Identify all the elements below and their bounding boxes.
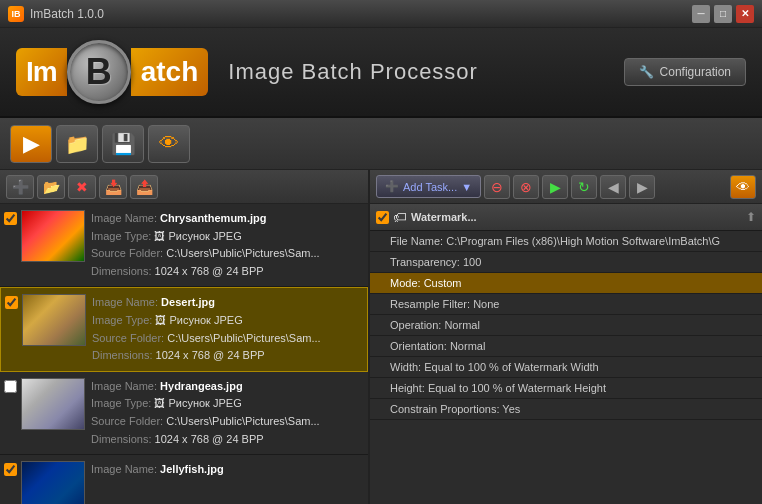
play-button[interactable]: ▶ [10,125,52,163]
logo-atch: atch [131,48,209,96]
add-folder-icon: 📂 [43,179,60,195]
logo-area: Im B atch Image Batch Processor [16,40,478,104]
cancel-task-icon: ⊗ [520,179,532,195]
logo-im: Im [16,48,67,96]
open-folder-button[interactable]: 📁 [56,125,98,163]
minimize-button[interactable]: ─ [692,5,710,23]
task-row-resample[interactable]: Resample Filter: None [370,294,762,315]
file-thumb-desert [22,294,86,346]
file-info-hydrangeas: Image Name: Hydrangeas.jpg Image Type: 🖼… [91,378,364,448]
add-task-button[interactable]: ➕ Add Task... ▼ [376,175,481,198]
file-item-desert[interactable]: Image Name: Desert.jpg Image Type: 🖼 Рис… [0,287,368,371]
add-file-icon: ➕ [12,179,29,195]
add-task-icon: ➕ [385,180,399,193]
save-button[interactable]: 💾 [102,125,144,163]
task-row-height[interactable]: Height: Equal to 100 % of Watermark Heig… [370,378,762,399]
remove-file-button[interactable]: ✖ [68,175,96,199]
task-row-orientation-label: Orientation: Normal [390,340,485,352]
export-button[interactable]: 📤 [130,175,158,199]
task-section-check[interactable] [376,211,389,224]
preview-button[interactable]: 👁 [148,125,190,163]
add-task-label: Add Task... [403,181,457,193]
right-panel: ➕ Add Task... ▼ ⊖ ⊗ ▶ ↻ ◀ ▶ 👁 [370,170,762,504]
maximize-button[interactable]: □ [714,5,732,23]
refresh-task-button[interactable]: ↻ [571,175,597,199]
file-check-desert[interactable] [5,296,18,309]
task-row-width-label: Width: Equal to 100 % of Watermark Width [390,361,599,373]
add-folder-button[interactable]: 📂 [37,175,65,199]
add-file-button[interactable]: ➕ [6,175,34,199]
task-eye-icon: 👁 [736,179,750,195]
file-info-chrysanthemum: Image Name: Chrysanthemum.jpg Image Type… [91,210,364,280]
play-task-icon: ▶ [550,179,561,195]
file-check-chrysanthemum[interactable] [4,212,17,225]
refresh-task-icon: ↻ [578,179,590,195]
add-task-arrow: ▼ [461,181,472,193]
task-row-filename-label: File Name: C:\Program Files (x86)\High M… [390,235,720,247]
title-bar: IB ImBatch 1.0.0 ─ □ ✕ [0,0,762,28]
play-icon: ▶ [23,131,40,157]
export-icon: 📤 [136,179,153,195]
close-button[interactable]: ✕ [736,5,754,23]
config-label: Configuration [660,65,731,79]
task-row-mode[interactable]: Mode: Custom [370,273,762,294]
task-row-transparency-label: Transparency: 100 [390,256,481,268]
watermark-icon: 🏷 [393,209,407,225]
task-row-operation-label: Operation: Normal [390,319,480,331]
cancel-task-button[interactable]: ⊗ [513,175,539,199]
task-row-mode-label: Mode: Custom [390,277,462,289]
task-row-height-label: Height: Equal to 100 % of Watermark Heig… [390,382,606,394]
task-btn-extra1[interactable]: ◀ [600,175,626,199]
task-section-title: Watermark... [411,211,746,223]
file-info-desert: Image Name: Desert.jpg Image Type: 🖼 Рис… [92,294,363,364]
task-btn-extra2[interactable]: ▶ [629,175,655,199]
app-title: Image Batch Processor [228,59,478,85]
file-thumb-jellyfish [21,461,85,504]
logo-b-ring: B [67,40,131,104]
file-item-hydrangeas[interactable]: Image Name: Hydrangeas.jpg Image Type: 🖼… [0,372,368,455]
file-list: Image Name: Chrysanthemum.jpg Image Type… [0,204,368,504]
task-row-transparency[interactable]: Transparency: 100 [370,252,762,273]
app-icon: IB [8,6,24,22]
configuration-button[interactable]: 🔧 Configuration [624,58,746,86]
task-expand-icon: ⬆ [746,210,756,224]
task-row-resample-label: Resample Filter: None [390,298,499,310]
import-icon: 📥 [105,179,122,195]
file-item-chrysanthemum[interactable]: Image Name: Chrysanthemum.jpg Image Type… [0,204,368,287]
eye-icon: 👁 [159,132,179,155]
file-item-jellyfish[interactable]: Image Name: Jellyfish.jpg [0,455,368,504]
logo-b-container: B [67,40,131,104]
file-toolbar: ➕ 📂 ✖ 📥 📤 [0,170,368,204]
task-toolbar: ➕ Add Task... ▼ ⊖ ⊗ ▶ ↻ ◀ ▶ 👁 [370,170,762,204]
folder-icon: 📁 [65,132,90,156]
task-eye-button[interactable]: 👁 [730,175,756,199]
task-section-watermark[interactable]: 🏷 Watermark... ⬆ [370,204,762,231]
logo-b-letter: B [86,51,112,93]
title-bar-left: IB ImBatch 1.0.0 [8,6,104,22]
header: Im B atch Image Batch Processor 🔧 Config… [0,28,762,118]
save-icon: 💾 [111,132,136,156]
remove-task-icon: ⊖ [491,179,503,195]
play-task-button[interactable]: ▶ [542,175,568,199]
config-icon: 🔧 [639,65,654,79]
task-row-operation[interactable]: Operation: Normal [370,315,762,336]
left-panel: ➕ 📂 ✖ 📥 📤 Image Name: Chrysanthemum.jpg [0,170,370,504]
remove-file-icon: ✖ [76,179,88,195]
import-button[interactable]: 📥 [99,175,127,199]
task-row-filename[interactable]: File Name: C:\Program Files (x86)\High M… [370,231,762,252]
file-check-jellyfish[interactable] [4,463,17,476]
task-list: 🏷 Watermark... ⬆ File Name: C:\Program F… [370,204,762,504]
main-toolbar: ▶ 📁 💾 👁 [0,118,762,170]
file-thumb-hydrangeas [21,378,85,430]
task-row-constrain-label: Constrain Proportions: Yes [390,403,520,415]
task-row-width[interactable]: Width: Equal to 100 % of Watermark Width [370,357,762,378]
file-check-hydrangeas[interactable] [4,380,17,393]
title-bar-text: ImBatch 1.0.0 [30,7,104,21]
task-row-constrain[interactable]: Constrain Proportions: Yes [370,399,762,420]
remove-task-button[interactable]: ⊖ [484,175,510,199]
task-row-orientation[interactable]: Orientation: Normal [370,336,762,357]
file-info-jellyfish: Image Name: Jellyfish.jpg [91,461,364,479]
main-content: ➕ 📂 ✖ 📥 📤 Image Name: Chrysanthemum.jpg [0,170,762,504]
file-thumb-chrysanthemum [21,210,85,262]
title-bar-controls: ─ □ ✕ [692,5,754,23]
